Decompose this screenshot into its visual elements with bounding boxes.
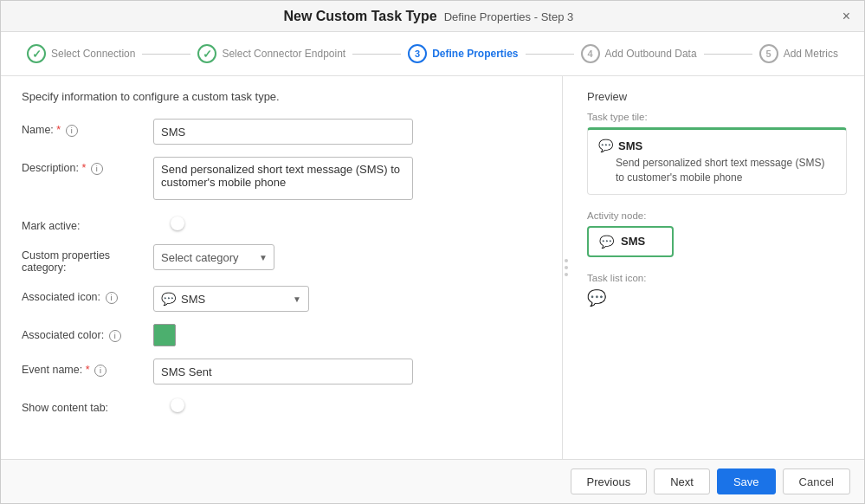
step-5-label: Add Metrics [784, 48, 838, 60]
color-info-icon[interactable]: i [109, 330, 121, 342]
tile-section-label: Task type tile: [587, 112, 847, 122]
node-section-label: Activity node: [587, 210, 847, 221]
step-3-circle: 3 [408, 44, 427, 63]
task-type-tile: 💬 SMS Send personalized short text messa… [587, 127, 847, 195]
task-list-sms-icon: 💬 [587, 289, 606, 307]
panel-divider [563, 76, 570, 459]
previous-button[interactable]: Previous [571, 468, 648, 494]
step-4-circle: 4 [581, 44, 600, 63]
modal-sub-title: Define Properties - Step 3 [444, 10, 574, 23]
next-button[interactable]: Next [654, 468, 710, 494]
step-5: 5 Add Metrics [759, 44, 838, 63]
cancel-button[interactable]: Cancel [783, 468, 850, 494]
mark-active-label: Mark active: [22, 215, 143, 232]
step-3: 3 Define Properties [408, 44, 518, 63]
right-panel: Preview Task type tile: 💬 SMS Send perso… [570, 76, 864, 459]
modal-container: New Custom Task Type Define Properties -… [0, 0, 865, 504]
step-4-label: Add Outbound Data [605, 48, 697, 60]
step-4: 4 Add Outbound Data [581, 44, 697, 63]
step-1-label: Select Connection [51, 48, 135, 60]
show-content-label: Show content tab: [22, 397, 143, 414]
dot-2 [565, 266, 568, 269]
dot-3 [565, 273, 568, 276]
color-row: Associated color: i [22, 324, 541, 346]
name-row: Name: * i [22, 119, 541, 145]
close-button[interactable]: × [842, 10, 850, 23]
icon-info-icon[interactable]: i [106, 292, 118, 304]
step-3-number: 3 [415, 48, 420, 59]
task-list-icon-area: 💬 [587, 288, 847, 307]
list-icon-section-label: Task list icon: [587, 273, 847, 283]
save-button[interactable]: Save [717, 468, 776, 494]
icon-select-wrapper[interactable]: 💬 SMS ▼ SMS [153, 286, 309, 312]
tile-header: 💬 SMS [598, 139, 836, 152]
description-label: Description: * i [22, 157, 143, 175]
tile-description: Send personalized short text message (SM… [616, 156, 836, 185]
step-1: ✓ Select Connection [27, 44, 135, 63]
step-1-check: ✓ [32, 48, 42, 61]
event-info-icon[interactable]: i [94, 365, 107, 377]
icon-label: Associated icon: i [22, 286, 143, 304]
step-2-circle: ✓ [197, 44, 216, 63]
tile-name: SMS [618, 139, 642, 152]
event-label: Event name: * i [22, 359, 143, 377]
modal-header: New Custom Task Type Define Properties -… [1, 1, 864, 32]
step-3-label: Define Properties [432, 48, 518, 60]
left-panel: Specify information to configure a custo… [1, 76, 563, 459]
step-1-circle: ✓ [27, 44, 46, 63]
show-content-row: Show content tab: [22, 397, 541, 414]
modal-footer: Previous Next Save Cancel [1, 459, 864, 503]
step-4-number: 4 [587, 48, 592, 59]
icon-control: 💬 SMS ▼ SMS [153, 286, 413, 312]
description-control: Send personalized short text message (SM… [153, 157, 413, 203]
name-control [153, 119, 413, 145]
step-2-label: Select Connector Endpoint [222, 48, 345, 60]
step-2-check: ✓ [203, 48, 212, 61]
step-5-circle: 5 [759, 44, 778, 63]
color-control [153, 324, 413, 346]
preview-title: Preview [587, 90, 847, 103]
step-5-number: 5 [766, 48, 771, 59]
modal-main-title: New Custom Task Type [283, 9, 436, 24]
event-row: Event name: * i [22, 359, 541, 384]
node-sms-icon: 💬 [599, 235, 614, 249]
modal-content: Specify information to configure a custo… [1, 76, 864, 459]
step-2: ✓ Select Connector Endpoint [197, 44, 345, 63]
description-row: Description: * i Send personalized short… [22, 157, 541, 203]
event-required: * [86, 364, 90, 376]
name-required: * [56, 124, 61, 136]
category-label: Custom properties category: [22, 244, 143, 274]
title-group: New Custom Task Type Define Properties -… [15, 9, 842, 24]
category-select[interactable]: Select category [153, 244, 274, 270]
color-picker[interactable] [153, 324, 176, 346]
dot-1 [565, 259, 568, 262]
connector-3 [526, 54, 574, 55]
node-label: SMS [621, 235, 645, 248]
event-input[interactable] [153, 359, 413, 384]
activity-node: 💬 SMS [587, 226, 674, 257]
desc-info-icon[interactable]: i [91, 163, 103, 175]
mark-active-row: Mark active: [22, 215, 541, 232]
connector-1 [142, 54, 190, 55]
color-label: Associated color: i [22, 324, 143, 342]
category-select-wrapper: Select category ▼ [153, 244, 274, 270]
event-control [153, 359, 413, 384]
category-control: Select category ▼ [153, 244, 413, 270]
connector-2 [352, 54, 401, 55]
instruction-text: Specify information to configure a custo… [22, 90, 541, 103]
stepper: ✓ Select Connection ✓ Select Connector E… [1, 32, 864, 76]
name-input[interactable] [153, 119, 413, 145]
description-input[interactable]: Send personalized short text message (SM… [153, 157, 413, 200]
name-label: Name: * i [22, 119, 143, 137]
desc-required: * [81, 162, 86, 174]
category-row: Custom properties category: Select categ… [22, 244, 541, 274]
name-info-icon[interactable]: i [66, 125, 78, 137]
tile-sms-icon: 💬 [598, 139, 613, 152]
icon-row: Associated icon: i 💬 SMS ▼ SMS [22, 286, 541, 312]
connector-4 [704, 54, 752, 55]
